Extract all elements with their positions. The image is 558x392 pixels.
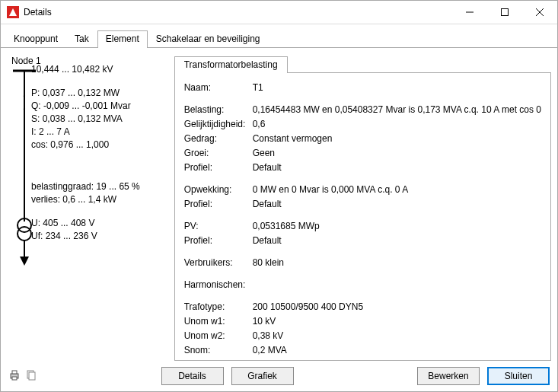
value-harmonischen [253, 278, 541, 292]
title-bar: Details [1, 1, 557, 24]
value-profiel3: Default [253, 234, 541, 248]
label-belasting: Belasting: [184, 103, 253, 117]
label-groei: Groei: [184, 146, 253, 161]
value-unomw2: 0,38 kV [253, 329, 541, 343]
losses: verlies: 0,6 ... 1,4 kW [31, 193, 168, 206]
bewerken-button[interactable]: Bewerken [417, 367, 480, 385]
load-degree: belastinggraad: 19 ... 65 % [31, 180, 168, 193]
details-button[interactable]: Details [161, 367, 224, 385]
maximize-button[interactable] [487, 1, 522, 24]
cos-value: cos: 0,976 ... 1,000 [31, 139, 168, 151]
label-profiel2: Profiel: [184, 197, 253, 212]
uf-value: Uf: 234 ... 236 V [31, 230, 168, 243]
label-verbruikers: Verbruikers: [184, 256, 253, 270]
label-gedrag: Gedrag: [184, 132, 253, 146]
p-value: P: 0,037 ... 0,132 MW [31, 87, 168, 100]
flow-arrows: ↓ ↓ [22, 88, 27, 113]
copy-icon[interactable] [25, 369, 37, 384]
content-body: Node 1 ↓ ↓ 10,444 ... 10,482 kV P: 0,037… [1, 48, 557, 361]
svg-marker-9 [20, 257, 29, 266]
footer-bar: Details Grafiek Bewerken Sluiten [1, 361, 557, 391]
value-opwekking: 0 MW en 0 Mvar is 0,000 MVA c.q. 0 A [253, 183, 541, 197]
svg-rect-1 [502, 9, 509, 16]
node-title: Node 1 [11, 56, 41, 66]
close-button[interactable] [522, 1, 557, 24]
label-harmonischen: Harmonischen: [184, 278, 253, 292]
value-gelijktijdigheid: 0,6 [253, 117, 541, 132]
label-gelijktijdigheid: Gelijktijdigheid: [184, 117, 253, 132]
arrow-down-icon: ↓ [22, 88, 27, 100]
details-panel: Naam:T1 Belasting:0,16454483 MW en 0,054… [174, 72, 551, 361]
value-gedrag: Constant vermogen [253, 132, 541, 146]
minimize-button[interactable] [452, 1, 487, 24]
value-belasting: 0,16454483 MW en 0,05408327 Mvar is 0,17… [253, 103, 541, 117]
value-groei: Geen [253, 146, 541, 161]
svg-rect-12 [12, 377, 17, 380]
label-profiel1: Profiel: [184, 161, 253, 175]
power-block: P: 0,037 ... 0,132 MW Q: -0,009 ... -0,0… [31, 87, 168, 151]
details-window: Details Knooppunt Tak Element Schakelaar… [0, 0, 558, 392]
grafiek-button[interactable]: Grafiek [231, 367, 294, 385]
svg-rect-14 [29, 372, 35, 380]
svg-point-7 [18, 227, 31, 241]
value-verbruikers: 80 klein [253, 256, 541, 270]
value-snom: 0,2 MVA [253, 343, 541, 358]
tab-tak[interactable]: Tak [66, 30, 97, 47]
value-pv: 0,0531685 MWp [253, 219, 541, 234]
app-icon [7, 6, 19, 18]
s-value: S: 0,038 ... 0,132 MVA [31, 113, 168, 126]
arrow-down-icon: ↓ [22, 100, 27, 113]
window-title: Details [24, 7, 52, 18]
label-trafotype: Trafotype: [184, 300, 253, 314]
value-unomw1: 10 kV [253, 314, 541, 329]
u-value: U: 405 ... 408 V [31, 217, 168, 230]
label-unomw1: Unom w1: [184, 314, 253, 329]
value-naam: T1 [253, 81, 541, 95]
sluiten-button[interactable]: Sluiten [487, 367, 550, 385]
value-profiel2: Default [253, 197, 541, 212]
subtab-transformatorbelasting[interactable]: Transformatorbelasting [174, 56, 288, 72]
tab-knooppunt[interactable]: Knooppunt [5, 30, 66, 47]
i-value: I: 2 ... 7 A [31, 126, 168, 139]
main-tabs: Knooppunt Tak Element Schakelaar en beve… [1, 24, 557, 48]
tab-element[interactable]: Element [97, 30, 148, 47]
transformer-block: belastinggraad: 19 ... 65 % verlies: 0,6… [31, 180, 168, 206]
diagram-pane: Node 1 ↓ ↓ 10,444 ... 10,482 kV P: 0,037… [7, 56, 168, 361]
details-pane: Transformatorbelasting Naam:T1 Belasting… [174, 56, 551, 361]
print-icon[interactable] [8, 369, 21, 384]
hv-voltage: 10,444 ... 10,482 kV [31, 63, 168, 76]
value-profiel1: Default [253, 161, 541, 175]
lv-voltage-block: U: 405 ... 408 V Uf: 234 ... 236 V [31, 217, 168, 243]
svg-rect-11 [12, 371, 17, 374]
label-naam: Naam: [184, 81, 253, 95]
sub-tabs: Transformatorbelasting [174, 56, 551, 72]
label-snom: Snom: [184, 343, 253, 358]
label-pv: PV: [184, 219, 253, 234]
value-trafotype: 200 10500/9500 400 DYN5 [253, 300, 541, 314]
label-profiel3: Profiel: [184, 234, 253, 248]
label-unomw2: Unom w2: [184, 329, 253, 343]
tab-schakelaar[interactable]: Schakelaar en beveiliging [148, 30, 269, 47]
label-opwekking: Opwekking: [184, 183, 253, 197]
hv-voltage-block: 10,444 ... 10,482 kV [31, 63, 168, 76]
q-value: Q: -0,009 ... -0,001 Mvar [31, 100, 168, 113]
